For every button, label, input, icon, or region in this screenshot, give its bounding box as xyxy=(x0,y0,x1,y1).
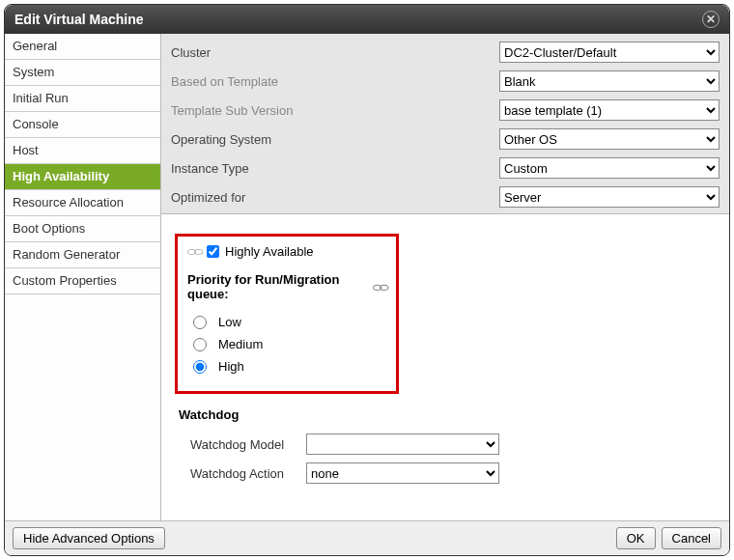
sidebar-item-host[interactable]: Host xyxy=(5,138,160,164)
ha-checkbox-label: Highly Available xyxy=(225,244,314,259)
label-optimized: Optimized for xyxy=(171,190,499,205)
label-instance-type: Instance Type xyxy=(171,161,499,176)
select-os[interactable]: Other OS xyxy=(499,128,720,150)
select-template-sub[interactable]: base template (1) xyxy=(499,99,720,121)
row-cluster: Cluster DC2-Cluster/Default xyxy=(171,38,720,67)
sidebar: General System Initial Run Console Host … xyxy=(5,34,161,520)
radio-low[interactable] xyxy=(193,316,207,329)
radio-high-label: High xyxy=(218,359,244,374)
row-os: Operating System Other OS xyxy=(171,125,720,154)
label-watchdog-action: Watchdog Action xyxy=(190,466,306,481)
select-optimized[interactable]: Server xyxy=(499,186,720,208)
sidebar-item-random-generator[interactable]: Random Generator xyxy=(5,242,160,268)
close-icon[interactable]: ✕ xyxy=(702,11,720,28)
row-optimized: Optimized for Server xyxy=(171,182,720,211)
ha-checkbox-row: ⬭⬭ Highly Available xyxy=(187,244,386,259)
sidebar-item-resource-allocation[interactable]: Resource Allocation xyxy=(5,190,160,216)
ha-content: ⬭⬭ Highly Available Priority for Run/Mig… xyxy=(161,214,729,520)
footer-right: OK Cancel xyxy=(616,527,721,549)
ha-checkbox[interactable] xyxy=(207,245,219,258)
sidebar-item-system[interactable]: System xyxy=(5,60,160,86)
top-form: Cluster DC2-Cluster/Default Based on Tem… xyxy=(161,34,729,214)
row-watchdog-action: Watchdog Action none xyxy=(175,459,716,488)
row-watchdog-model: Watchdog Model xyxy=(175,430,716,459)
hide-advanced-button[interactable]: Hide Advanced Options xyxy=(13,527,165,549)
chain-icon: ⬭⬭ xyxy=(187,245,201,258)
label-cluster: Cluster xyxy=(171,45,499,60)
select-instance-type[interactable]: Custom xyxy=(499,157,720,179)
sidebar-item-custom-properties[interactable]: Custom Properties xyxy=(5,268,160,294)
priority-heading: Priority for Run/Migration queue: ⬭⬭ xyxy=(187,272,386,301)
select-cluster[interactable]: DC2-Cluster/Default xyxy=(499,42,720,63)
sidebar-item-general[interactable]: General xyxy=(5,34,160,60)
dialog-body: General System Initial Run Console Host … xyxy=(5,34,729,520)
main-panel: Cluster DC2-Cluster/Default Based on Tem… xyxy=(161,34,729,520)
dialog-footer: Hide Advanced Options OK Cancel xyxy=(5,520,729,555)
row-instance-type: Instance Type Custom xyxy=(171,154,720,182)
sidebar-item-initial-run[interactable]: Initial Run xyxy=(5,86,160,112)
select-watchdog-model[interactable] xyxy=(306,434,499,455)
priority-radio-high[interactable]: High xyxy=(187,355,386,378)
watchdog-heading: Watchdog xyxy=(179,407,716,422)
radio-medium[interactable] xyxy=(193,338,207,351)
radio-high[interactable] xyxy=(193,360,207,374)
label-template: Based on Template xyxy=(171,74,499,89)
cancel-button[interactable]: Cancel xyxy=(662,527,721,549)
select-template[interactable]: Blank xyxy=(499,70,720,92)
priority-radio-medium[interactable]: Medium xyxy=(187,333,386,355)
edit-vm-dialog: Edit Virtual Machine ✕ General System In… xyxy=(4,4,730,556)
radio-medium-label: Medium xyxy=(218,337,263,351)
row-template: Based on Template Blank xyxy=(171,67,720,96)
titlebar: Edit Virtual Machine ✕ xyxy=(5,5,729,34)
row-template-sub: Template Sub Version base template (1) xyxy=(171,96,720,125)
dialog-title: Edit Virtual Machine xyxy=(14,12,144,27)
label-watchdog-model: Watchdog Model xyxy=(190,437,306,452)
label-os: Operating System xyxy=(171,132,499,147)
priority-heading-text: Priority for Run/Migration queue: xyxy=(187,272,369,301)
sidebar-item-boot-options[interactable]: Boot Options xyxy=(5,216,160,242)
sidebar-item-console[interactable]: Console xyxy=(5,112,160,138)
priority-radio-low[interactable]: Low xyxy=(187,311,386,333)
ok-button[interactable]: OK xyxy=(616,527,656,549)
chain-icon: ⬭⬭ xyxy=(373,281,386,294)
sidebar-item-high-availability[interactable]: High Availability xyxy=(5,164,160,190)
label-template-sub: Template Sub Version xyxy=(171,103,499,118)
select-watchdog-action[interactable]: none xyxy=(306,462,499,484)
radio-low-label: Low xyxy=(218,315,241,329)
ha-highlight-box: ⬭⬭ Highly Available Priority for Run/Mig… xyxy=(175,234,399,394)
